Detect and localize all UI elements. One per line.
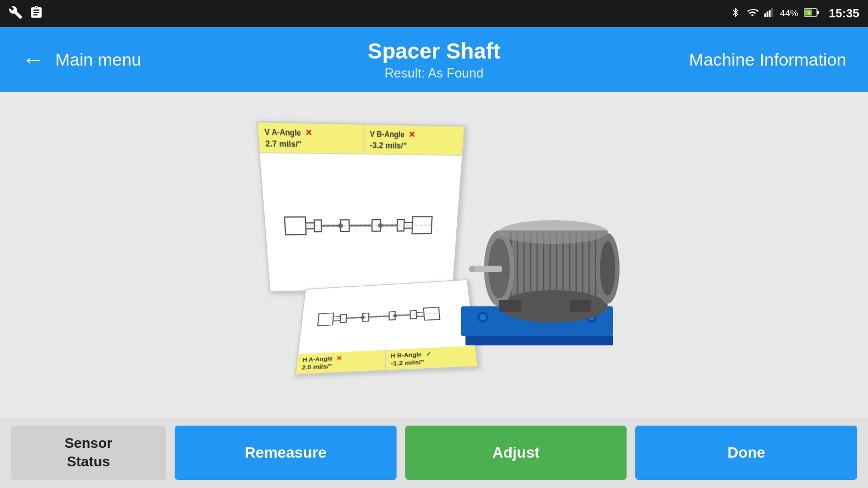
remeasure-button[interactable]: Remeasure — [175, 426, 397, 480]
v-b-angle-label: V B-Angle — [370, 130, 405, 139]
card-top-row-vertical: V A-Angle ✕ 2.7 mils/" V B-Angle ✕ -3.2 … — [258, 123, 464, 156]
svg-rect-73 — [570, 300, 591, 312]
battery-percent: 44% — [780, 8, 799, 19]
bluetooth-icon — [730, 7, 741, 21]
svg-point-74 — [499, 220, 608, 244]
svg-rect-35 — [424, 307, 440, 320]
svg-rect-3 — [771, 8, 773, 17]
svg-rect-2 — [769, 10, 770, 17]
svg-rect-1 — [767, 11, 768, 17]
svg-point-21 — [338, 223, 343, 228]
h-b-status: ✓ — [425, 350, 432, 357]
header-bar: ← Main menu Spacer Shaft Result: As Foun… — [0, 27, 868, 92]
svg-rect-6 — [817, 11, 819, 14]
wrench-icon — [9, 5, 23, 22]
vertical-alignment-card: V A-Angle ✕ 2.7 mils/" V B-Angle ✕ -3.2 … — [256, 121, 465, 292]
h-b-angle-label: H B-Angle — [391, 351, 422, 359]
vertical-diagram — [260, 153, 462, 291]
shaft-subtitle: Result: As Found — [297, 66, 572, 81]
battery-icon — [804, 8, 819, 20]
header-center: Spacer Shaft Result: As Found — [297, 39, 572, 81]
signal-icon — [764, 7, 775, 21]
svg-rect-7 — [284, 217, 306, 235]
svg-point-42 — [480, 314, 486, 320]
svg-point-22 — [378, 223, 382, 228]
v-a-angle-value: 2.7 mils/" — [265, 138, 358, 150]
header-right: Machine Information — [571, 50, 846, 70]
svg-rect-72 — [499, 300, 521, 312]
done-button[interactable]: Done — [635, 426, 857, 480]
main-menu-label[interactable]: Main menu — [55, 50, 141, 70]
svg-line-33 — [416, 312, 424, 312]
main-content: V A-Angle ✕ 2.7 mils/" V B-Angle ✕ -3.2 … — [0, 92, 868, 418]
svg-rect-23 — [318, 313, 334, 326]
v-b-angle-cell: V B-Angle ✕ -3.2 mils/" — [363, 125, 464, 155]
svg-rect-40 — [465, 336, 613, 345]
svg-point-69 — [600, 241, 615, 296]
motor-3d — [445, 155, 629, 350]
machine-info-button[interactable]: Machine Information — [689, 50, 846, 69]
svg-rect-0 — [764, 13, 766, 17]
v-a-angle-label: V A-Angle — [264, 127, 301, 138]
svg-rect-70 — [472, 266, 502, 272]
sensor-status-button[interactable]: Sensor Status — [11, 426, 166, 480]
svg-rect-5 — [805, 9, 812, 15]
header-left: ← Main menu — [22, 48, 297, 71]
wifi-icon — [746, 7, 758, 21]
status-left-icons — [9, 5, 43, 22]
status-right-icons: 44% 15:35 — [730, 7, 859, 21]
h-a-angle-label: H A-Angle — [302, 356, 333, 363]
v-a-status: ✕ — [305, 127, 312, 138]
v-b-status: ✕ — [409, 130, 416, 139]
time-display: 15:35 — [829, 7, 859, 21]
svg-point-71 — [469, 266, 475, 272]
status-bar: 44% 15:35 — [0, 0, 868, 27]
back-button[interactable]: ← — [22, 48, 44, 71]
v-a-angle-cell: V A-Angle ✕ 2.7 mils/" — [258, 123, 363, 154]
bottom-bar: Sensor Status Remeasure Adjust Done — [0, 418, 868, 488]
clipboard-icon — [29, 5, 43, 22]
svg-line-24 — [333, 316, 341, 317]
machine-scene: V A-Angle ✕ 2.7 mils/" V B-Angle ✕ -3.2 … — [239, 138, 629, 371]
h-a-angle-cell: H A-Angle ✕ 2.5 mils/" — [296, 350, 385, 374]
svg-line-25 — [333, 320, 341, 321]
motor-svg — [445, 155, 629, 350]
shaft-title: Spacer Shaft — [297, 39, 572, 63]
svg-line-34 — [417, 316, 424, 317]
v-b-angle-value: -3.2 mils/" — [370, 140, 457, 151]
adjust-button[interactable]: Adjust — [405, 426, 627, 480]
svg-point-38 — [393, 314, 397, 317]
svg-point-37 — [361, 316, 365, 319]
h-a-status: ✕ — [336, 355, 342, 362]
